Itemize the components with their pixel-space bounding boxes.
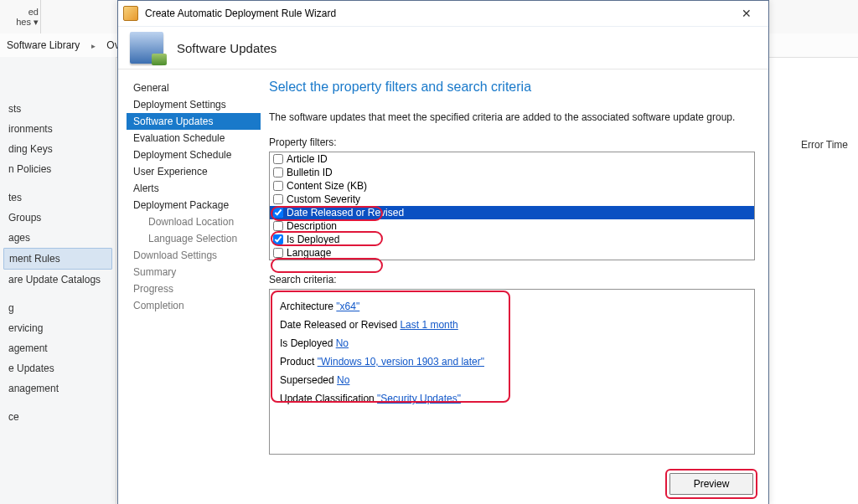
wizard-button-row: Preview [669,473,753,495]
page-description: The software updates that meet the speci… [269,111,755,123]
filter-checkbox[interactable] [273,208,283,218]
criteria-name: Architecture [280,301,336,312]
filter-checkbox[interactable] [273,181,283,191]
criteria-value-link[interactable]: "Security Updates" [377,393,461,404]
step-banner-title: Software Updates [177,41,277,55]
wizard-step[interactable]: Deployment Settings [130,96,267,113]
wizard-steps-nav[interactable]: GeneralDeployment SettingsSoftware Updat… [118,69,267,504]
bg-nav-item[interactable]: Groups [0,208,116,228]
wizard-step[interactable]: Download Settings [130,247,267,264]
ribbon-line2: hes ▾ [16,17,39,28]
filter-row[interactable]: Bulletin ID [270,166,754,179]
wizard-step[interactable]: Deployment Schedule [130,147,267,163]
criteria-row: Date Released or Revised Last 1 month [280,316,744,333]
criteria-name: Superseded [280,374,337,386]
filter-row[interactable]: Language [270,246,754,260]
filter-row[interactable]: Is Deployed [270,233,754,246]
filter-row[interactable]: Product [270,260,754,260]
bg-nav-item[interactable]: ment Rules [3,248,112,270]
bg-nav-item[interactable]: ding Keys [0,139,116,159]
wizard-step[interactable]: Software Updates [127,113,261,130]
wizard-step[interactable]: Completion [130,297,267,314]
criteria-name: Is Deployed [280,337,336,349]
column-header-error-time[interactable]: Error Time [801,139,848,151]
titlebar[interactable]: Create Automatic Deployment Rule Wizard … [118,1,768,27]
wizard-step-content: Select the property filters and search c… [267,69,768,504]
wizard-step[interactable]: Deployment Package [130,197,267,213]
wizard-step[interactable]: Alerts [130,180,267,197]
criteria-name: Update Classification [280,393,377,404]
filter-checkbox[interactable] [273,221,283,231]
filter-row[interactable]: Custom Severity [270,193,754,206]
bg-nav-item[interactable]: ironments [0,119,116,139]
wizard-step[interactable]: Summary [130,264,267,280]
criteria-row: Update Classification "Security Updates" [280,390,744,407]
wizard-step[interactable]: Evaluation Schedule [130,130,267,147]
bg-nav-item[interactable]: agement [0,338,116,358]
criteria-row: Architecture "x64" [280,298,744,315]
filter-label: Bulletin ID [287,167,333,178]
filter-checkbox[interactable] [273,234,283,244]
property-filters-listbox[interactable]: Article IDBulletin IDContent Size (KB)Cu… [269,152,755,260]
wizard-step[interactable]: Progress [130,280,267,297]
filter-label: Article ID [287,153,328,165]
criteria-value-link[interactable]: Last 1 month [400,319,457,331]
bg-nav-item[interactable]: g [0,298,116,318]
bg-nav-item[interactable]: ages [0,228,116,248]
bg-nav-item[interactable] [0,290,116,298]
chevron-right-icon [86,39,100,51]
ribbon-chunk[interactable]: ed hes ▾ [0,0,41,34]
criteria-value-link[interactable]: No [337,374,349,386]
wizard-step[interactable]: Language Selection [130,230,267,247]
filter-row[interactable]: Content Size (KB) [270,179,754,193]
filter-label: Language [287,247,331,259]
filter-label: Custom Severity [287,193,360,205]
criteria-row: Product "Windows 10, version 1903 and la… [280,353,744,370]
filter-checkbox[interactable] [273,167,283,177]
search-criteria-label: Search criteria: [269,274,755,285]
bg-nav-item[interactable]: e Updates [0,358,116,378]
bg-nav-item[interactable] [0,399,116,407]
ribbon-line1: ed [28,7,39,17]
criteria-value-link[interactable]: "Windows 10, version 1903 and later" [318,356,484,368]
breadcrumb-item-sw-library[interactable]: Software Library [7,39,80,51]
close-button[interactable]: ✕ [730,3,763,23]
page-heading: Select the property filters and search c… [269,80,755,95]
filter-row[interactable]: Article ID [270,152,754,166]
criteria-row: Is Deployed No [280,335,744,352]
bg-nav-item[interactable]: are Update Catalogs [0,270,116,290]
bg-left-nav[interactable]: stsironmentsding Keysn PoliciestesGroups… [0,57,116,504]
bg-nav-item[interactable]: ervicing [0,318,116,338]
filter-row[interactable]: Description [270,219,754,233]
wizard-icon [123,6,138,21]
bg-nav-item[interactable]: tes [0,188,116,208]
criteria-name: Date Released or Revised [280,319,400,331]
criteria-name: Product [280,356,318,368]
software-updates-icon [130,32,163,64]
search-criteria-box[interactable]: Architecture "x64"Date Released or Revis… [269,289,755,455]
bg-nav-item[interactable]: n Policies [0,159,116,179]
dialog-title: Create Automatic Deployment Rule Wizard [145,8,730,19]
create-adr-wizard-dialog: Create Automatic Deployment Rule Wizard … [117,0,769,504]
criteria-value-link[interactable]: "x64" [336,301,359,312]
wizard-step[interactable]: User Experience [130,163,267,180]
wizard-step[interactable]: General [130,80,267,96]
filter-label: Description [287,220,337,232]
step-banner: Software Updates [118,27,768,69]
criteria-value-link[interactable]: No [336,337,349,349]
criteria-row: Superseded No [280,372,744,388]
filter-row[interactable]: Date Released or Revised [270,206,754,219]
filter-checkbox[interactable] [273,248,283,258]
wizard-step[interactable]: Download Location [130,213,267,230]
bg-nav-item[interactable]: anagement [0,378,116,399]
filter-label: Is Deployed [287,234,339,245]
filter-label: Content Size (KB) [287,180,367,192]
preview-button[interactable]: Preview [669,473,753,495]
filter-checkbox[interactable] [273,194,283,204]
bg-nav-item[interactable]: ce [0,407,116,427]
filter-checkbox[interactable] [273,154,283,164]
bg-nav-item[interactable] [0,179,116,188]
property-filters-label: Property filters: [269,136,755,148]
filter-label: Date Released or Revised [287,207,404,219]
bg-nav-item[interactable]: sts [0,99,116,119]
